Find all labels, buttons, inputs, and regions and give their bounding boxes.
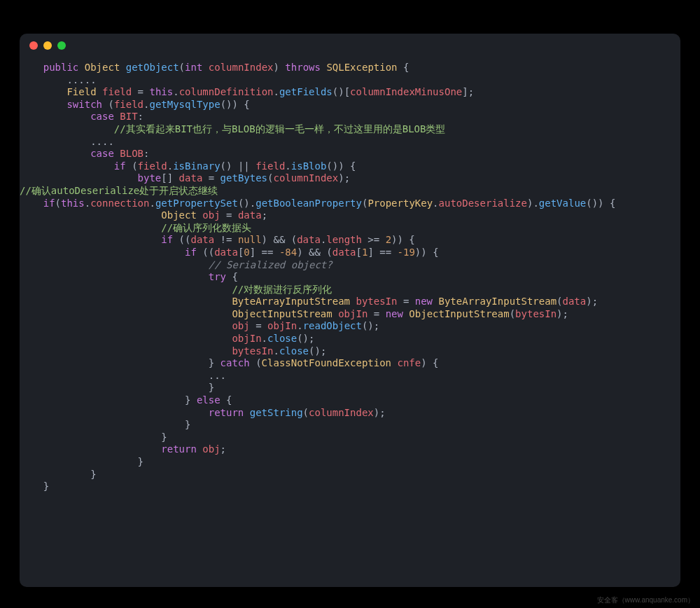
code-line: if (field.isBinary() || field.isBlob()) … [20, 160, 680, 173]
code-line: // Serialized object? [20, 259, 680, 272]
close-icon[interactable] [29, 41, 38, 50]
code-block: public Object getObject(int columnIndex)… [20, 57, 680, 493]
code-line: //其实看起来BIT也行，与BLOB的逻辑一毛一样，不过这里用的是BLOB类型 [20, 123, 680, 136]
code-line: return obj; [20, 443, 680, 456]
code-line: } [20, 431, 680, 444]
code-line: //对数据进行反序列化 [20, 284, 680, 296]
code-line: if ((data[0] == -84) && (data[1] == -19)… [20, 247, 680, 259]
code-line: } [20, 469, 680, 481]
code-line: } [20, 456, 680, 469]
code-line: try { [20, 271, 680, 284]
code-line: ... [20, 370, 680, 382]
code-line: if(this.connection.getPropertySet().getB… [20, 198, 680, 210]
code-line: switch (field.getMysqlType()) { [20, 99, 680, 111]
code-line: } [20, 419, 680, 431]
code-line: } else { [20, 394, 680, 407]
code-line: } catch (ClassNotFoundException cnfe) { [20, 357, 680, 370]
window-titlebar [20, 34, 680, 57]
code-line: Field field = this.columnDefinition.getF… [20, 86, 680, 99]
code-window: public Object getObject(int columnIndex)… [20, 34, 680, 587]
minimize-icon[interactable] [43, 41, 52, 50]
code-line: bytesIn.close(); [20, 345, 680, 358]
code-line: objIn.close(); [20, 333, 680, 345]
code-line: } [20, 382, 680, 394]
code-line: return getString(columnIndex); [20, 407, 680, 420]
code-line: public Object getObject(int columnIndex)… [20, 62, 680, 74]
code-line: ByteArrayInputStream bytesIn = new ByteA… [20, 296, 680, 308]
watermark: 安全客（www.anquanke.com） [597, 595, 695, 605]
code-line: ..... [20, 74, 680, 87]
code-line: case BIT: [20, 111, 680, 123]
code-line: //确认序列化数据头 [20, 222, 680, 235]
code-line: Object obj = data; [20, 209, 680, 222]
code-line: .... [20, 136, 680, 148]
zoom-icon[interactable] [57, 41, 66, 50]
code-line: obj = objIn.readObject(); [20, 320, 680, 333]
code-line: byte[] data = getBytes(columnIndex); [20, 172, 680, 185]
stage: public Object getObject(int columnIndex)… [0, 0, 700, 608]
code-line: case BLOB: [20, 148, 680, 160]
code-line: if ((data != null) && (data.length >= 2)… [20, 234, 680, 247]
code-line: //确认autoDeserialize处于开启状态继续 [20, 185, 680, 198]
code-line: ObjectInputStream objIn = new ObjectInpu… [20, 308, 680, 321]
code-line: } [20, 481, 680, 493]
